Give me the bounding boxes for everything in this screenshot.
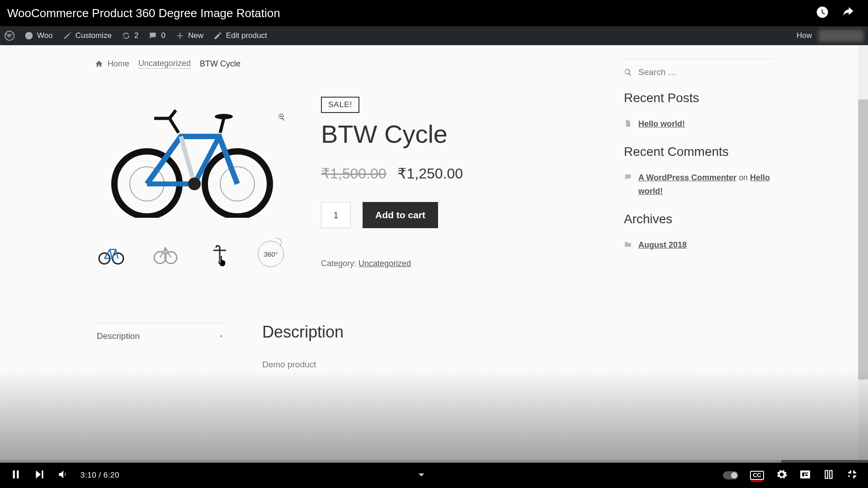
chevron-right-icon [219, 331, 224, 341]
gallery-thumb-1[interactable] [95, 240, 127, 267]
quantity-input[interactable] [321, 202, 351, 228]
gallery-thumb-360[interactable]: 360° [258, 241, 284, 267]
folder-icon [624, 240, 632, 249]
tab-description-label: Description [97, 331, 140, 341]
video-gradient-overlay [0, 370, 868, 460]
captions-button[interactable]: CC [750, 471, 764, 480]
thumb-360-label: 360° [264, 250, 278, 258]
document-icon [624, 119, 632, 127]
next-button[interactable] [33, 469, 45, 482]
search-icon [624, 68, 632, 76]
theater-button[interactable] [823, 469, 835, 482]
comments-link[interactable]: 0 [148, 31, 165, 40]
recent-posts-heading: Recent Posts [624, 91, 773, 105]
howdy-label: How [797, 31, 812, 40]
wp-admin-bar: Woo Customize 2 0 New Edit product How [0, 26, 868, 45]
description-heading: Description [262, 323, 344, 342]
sale-badge: SALE! [321, 97, 359, 113]
progress-loaded [0, 460, 781, 463]
gallery-thumb-2[interactable] [149, 240, 182, 267]
archive-item: August 2018 [624, 238, 773, 252]
svg-rect-13 [825, 470, 827, 478]
new-label: New [188, 31, 203, 40]
tab-description[interactable]: Description [95, 323, 226, 350]
archive-link[interactable]: August 2018 [638, 238, 687, 252]
product-category: Category: Uncategorized [321, 259, 606, 268]
svg-point-12 [218, 261, 222, 263]
video-controls: 3:10 / 6:20 CC [0, 460, 868, 488]
recent-post-link[interactable]: Hello world! [638, 117, 685, 131]
chapter-chevron-icon[interactable] [415, 469, 427, 482]
commenter-link[interactable]: A WordPress Commenter [638, 173, 736, 182]
comment-on-text: on [736, 173, 750, 182]
scrollbar-thumb[interactable] [858, 99, 868, 380]
customize-link[interactable]: Customize [63, 31, 112, 40]
edit-label: Edit product [226, 31, 267, 40]
recent-comments-heading: Recent Comments [624, 145, 773, 159]
svg-point-11 [165, 252, 177, 263]
breadcrumb-home[interactable]: Home [95, 59, 129, 69]
current-price: ₹1,250.00 [397, 165, 463, 182]
breadcrumb-home-label: Home [108, 59, 129, 69]
edit-product-link[interactable]: Edit product [213, 31, 267, 40]
page-scrollbar[interactable] [858, 45, 868, 460]
svg-point-1 [25, 32, 33, 40]
watch-later-icon[interactable] [816, 5, 829, 21]
customize-label: Customize [75, 31, 112, 40]
recent-comment-item: A WordPress Commenter on Hello world! [624, 171, 773, 198]
gallery-thumb-3[interactable] [203, 240, 236, 267]
exit-fullscreen-button[interactable] [846, 469, 858, 482]
product-title: BTW Cycle [321, 119, 606, 149]
comments-count: 0 [161, 31, 165, 40]
updates-count: 2 [134, 31, 138, 40]
description-body: Demo product [262, 360, 344, 370]
site-name-link[interactable]: Woo [24, 31, 53, 40]
category-label: Category: [321, 259, 359, 268]
svg-point-10 [154, 252, 166, 263]
wp-logo-icon[interactable] [5, 31, 14, 41]
product-price: ₹1,500.00 ₹1,250.00 [321, 165, 606, 182]
settings-button[interactable] [776, 469, 788, 482]
svg-point-7 [215, 114, 233, 119]
updates-link[interactable]: 2 [122, 31, 138, 40]
archives-heading: Archives [624, 212, 773, 226]
pause-button[interactable] [10, 469, 22, 482]
product-main-image[interactable] [95, 96, 289, 222]
old-price: ₹1,500.00 [321, 165, 387, 182]
miniplayer-button[interactable] [799, 469, 811, 482]
time-display: 3:10 / 6:20 [80, 471, 119, 480]
howdy-user[interactable]: How [797, 29, 863, 42]
search-widget[interactable] [624, 59, 773, 77]
breadcrumb-current: BTW Cycle [200, 59, 241, 69]
svg-rect-14 [830, 470, 832, 478]
svg-point-6 [188, 178, 201, 190]
new-link[interactable]: New [175, 31, 203, 40]
breadcrumb-category[interactable]: Uncategorized [138, 59, 191, 69]
recent-post-item: Hello world! [624, 117, 773, 131]
category-link[interactable]: Uncategorized [359, 259, 411, 268]
zoom-icon[interactable] [274, 109, 289, 125]
autoplay-toggle[interactable] [723, 471, 738, 479]
share-icon[interactable] [841, 5, 854, 21]
video-frame: Woo Customize 2 0 New Edit product How [0, 26, 868, 460]
search-input[interactable] [638, 67, 729, 77]
current-time: 3:10 [80, 471, 96, 479]
site-name-label: Woo [37, 31, 53, 40]
progress-bar[interactable] [0, 460, 868, 463]
total-time: 6:20 [104, 471, 119, 479]
video-title: WooCommerce Product 360 Degree Image Rot… [7, 6, 280, 20]
breadcrumb: Home Uncategorized BTW Cycle [95, 59, 606, 69]
user-avatar-blur [818, 29, 863, 42]
add-to-cart-button[interactable]: Add to cart [363, 202, 438, 228]
comment-icon [624, 173, 632, 181]
volume-button[interactable] [57, 469, 69, 482]
